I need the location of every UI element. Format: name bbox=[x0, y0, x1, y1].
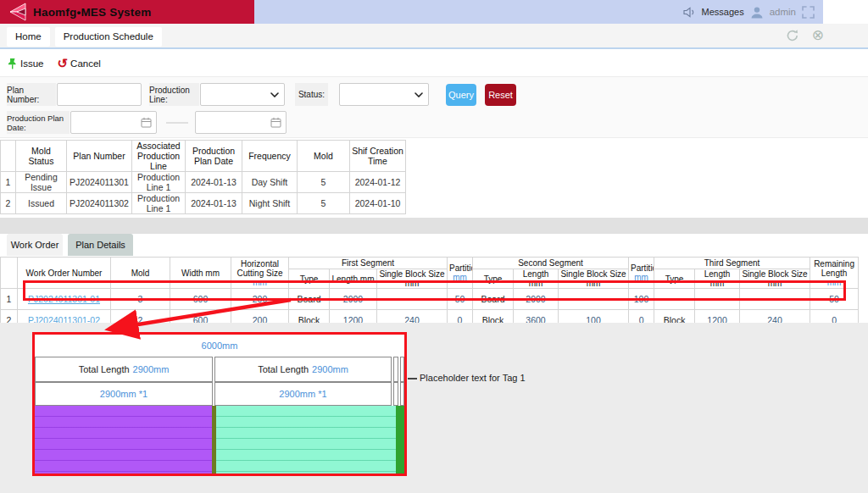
col-length-2: Length mm bbox=[514, 269, 559, 289]
chevron-down-icon bbox=[270, 92, 279, 97]
tab-plan-details[interactable]: Plan Details bbox=[68, 234, 133, 256]
group-second-segment: Second Segment bbox=[473, 258, 629, 269]
segment-total-length-1: Total Length 2900mm bbox=[35, 357, 213, 382]
wo-group-header-row: Work Order Number Mold Width mm Horizont… bbox=[1, 258, 859, 269]
date-from-input[interactable] bbox=[70, 111, 157, 134]
production-line-label: Production Line: bbox=[149, 83, 199, 106]
tag-annotation: Placeholder text for Tag 1 bbox=[420, 373, 526, 383]
calendar-icon bbox=[141, 117, 152, 128]
section-divider bbox=[0, 218, 868, 234]
nav-bar: Home Production Schedule ⊗ bbox=[0, 24, 868, 49]
status-badge: Issued bbox=[16, 193, 67, 214]
work-order-link[interactable]: PJ2024011301-01 bbox=[18, 289, 111, 310]
reset-button[interactable]: Reset bbox=[485, 84, 516, 106]
col-associated-line: Associated Production Line bbox=[132, 141, 186, 172]
green-pushpin-icon bbox=[7, 58, 18, 69]
chevron-down-icon bbox=[415, 92, 423, 97]
cancel-button[interactable]: ↺ Cancel bbox=[58, 58, 101, 69]
production-line-select[interactable] bbox=[200, 83, 285, 106]
strip-cell bbox=[400, 357, 404, 382]
production-plan-date-label: Production Plan Date: bbox=[7, 111, 70, 134]
status-label: Status: bbox=[295, 83, 328, 106]
date-to-input[interactable] bbox=[195, 111, 287, 134]
table-row[interactable]: 1 Pending Issue PJ2024011301 Production … bbox=[1, 172, 406, 193]
group-first-segment: First Segment bbox=[289, 258, 448, 269]
col-frequency: Frequency bbox=[242, 141, 298, 172]
cutting-diagram: 6000mm Total Length 2900mm Total Length … bbox=[32, 332, 407, 476]
table-row[interactable]: 2 Issued PJ2024011302 Production Line 1 … bbox=[1, 193, 406, 214]
col-mold: Mold bbox=[111, 258, 170, 289]
brand: Haomfg•MES System bbox=[0, 0, 254, 24]
issue-label: Issue bbox=[20, 58, 44, 69]
purple-segment-block bbox=[35, 406, 212, 474]
nav-tab-home[interactable]: Home bbox=[7, 27, 50, 47]
tab-work-order[interactable]: Work Order bbox=[7, 234, 63, 256]
messages-link[interactable]: Messages bbox=[702, 7, 744, 17]
work-orders-table: Work Order Number Mold Width mm Horizont… bbox=[0, 257, 859, 331]
green-edge-block bbox=[396, 406, 404, 474]
aqua-segment-block bbox=[216, 406, 396, 474]
refresh-icon[interactable] bbox=[785, 28, 800, 43]
plan-number-input[interactable] bbox=[57, 83, 142, 106]
segment-detail-2: 2900mm *1 bbox=[214, 382, 392, 406]
strip-cell bbox=[393, 382, 398, 406]
col-horizontal-cutting-size: Horizontal Cutting Size mm bbox=[231, 258, 289, 289]
status-select[interactable] bbox=[339, 83, 429, 106]
user-icon[interactable] bbox=[750, 6, 764, 19]
query-button[interactable]: Query bbox=[446, 84, 476, 106]
fullscreen-icon[interactable] bbox=[802, 6, 815, 19]
col-type-1: Type bbox=[289, 269, 330, 289]
col-single-block-3: Single Block Size mm bbox=[740, 269, 810, 289]
header-right-area: Messages admin bbox=[254, 0, 823, 24]
app-header: Haomfg•MES System Messages admin bbox=[0, 0, 868, 24]
table-row[interactable]: 1 PJ2024011301-01 3 600 200 Board 2900 5… bbox=[1, 289, 859, 310]
col-rownum bbox=[1, 258, 18, 289]
col-width: Width mm bbox=[170, 258, 231, 289]
issue-button[interactable]: Issue bbox=[7, 58, 44, 69]
col-single-block-1: Single Block Size mm bbox=[377, 269, 448, 289]
detail-tabs: Work Order Plan Details bbox=[0, 234, 868, 257]
close-icon[interactable]: ⊗ bbox=[812, 28, 824, 43]
col-length-1: Length mm bbox=[330, 269, 377, 289]
col-partition-1: Partition mm bbox=[448, 258, 473, 289]
app-title: Haomfg•MES System bbox=[33, 6, 151, 19]
segment-detail-1: 2900mm *1 bbox=[35, 382, 213, 406]
strip-cell bbox=[400, 382, 404, 406]
plans-header-row: Mold Status Plan Number Associated Produ… bbox=[1, 141, 406, 172]
col-single-block-2: Single Block Size mm bbox=[559, 269, 629, 289]
strip-cell bbox=[393, 357, 398, 382]
calendar-icon bbox=[270, 117, 281, 128]
toolbar: Issue ↺ Cancel bbox=[0, 51, 868, 76]
col-work-order-number: Work Order Number bbox=[18, 258, 111, 289]
col-mold-status: Mold Status bbox=[16, 141, 67, 172]
col-plan-date: Production Plan Date bbox=[186, 141, 242, 172]
cancel-label: Cancel bbox=[70, 58, 101, 69]
filter-panel: Plan Number: Production Line: Status: Qu… bbox=[0, 76, 868, 138]
header-gap bbox=[823, 0, 868, 24]
col-rownum bbox=[1, 141, 16, 172]
app-logo-icon bbox=[7, 3, 27, 21]
col-type-2: Type bbox=[473, 269, 514, 289]
undo-icon: ↺ bbox=[58, 58, 69, 69]
nav-tab-production-schedule[interactable]: Production Schedule bbox=[55, 27, 162, 47]
plans-table: Mold Status Plan Number Associated Produ… bbox=[0, 140, 406, 214]
status-badge: Pending Issue bbox=[16, 172, 67, 193]
segment-total-length-2: Total Length 2900mm bbox=[214, 357, 392, 382]
diagram-total-width: 6000mm bbox=[35, 335, 404, 357]
col-remaining-length: Remaining Length mm bbox=[810, 258, 859, 289]
col-length-3: Length mm bbox=[695, 269, 740, 289]
col-type-3: Type bbox=[654, 269, 695, 289]
date-range-separator bbox=[166, 122, 188, 124]
tag-leader-line bbox=[408, 378, 417, 379]
plan-number-label: Plan Number: bbox=[7, 83, 56, 106]
col-shift-creation-time: Shif Creation Time bbox=[350, 141, 406, 172]
col-plan-number: Plan Number bbox=[67, 141, 132, 172]
username-label[interactable]: admin bbox=[770, 7, 796, 17]
col-partition-2: Partition mm bbox=[629, 258, 654, 289]
group-third-segment: Third Segment bbox=[654, 258, 810, 269]
col-mold: Mold bbox=[298, 141, 350, 172]
speaker-icon[interactable] bbox=[683, 7, 696, 18]
